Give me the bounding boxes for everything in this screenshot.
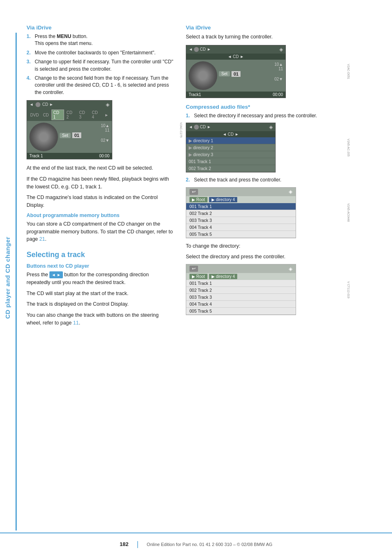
track-num-02: 02▼ — [60, 138, 109, 143]
cd-screen-left-wrapper: ◄ CD ► ◈ DVD CD CD 1 CD 2 CD 3 CD 4 ► — [27, 100, 174, 159]
left-column: Via iDrive 1. Press the MENU button.This… — [27, 25, 174, 330]
nav-back-btn-1[interactable]: ↩ — [189, 189, 198, 195]
compressed-step-2-num: 2. — [186, 177, 192, 184]
footer-page-number: 182 — [120, 541, 129, 547]
rtrack-num-02: 02▼ — [219, 77, 283, 81]
track-row-1-3[interactable]: 003 Track 3 — [186, 217, 296, 224]
compressed-steps-2: 2. Select the track and press the contro… — [186, 177, 341, 184]
cd-disc-icon-right — [194, 47, 199, 52]
dir-arrow-1: ▶ — [189, 138, 192, 143]
cd-footer-track-right: Track1 — [189, 92, 201, 97]
cd-set-area: Set 01 — [60, 132, 109, 138]
track-nav-icon-2: ◈ — [289, 266, 292, 272]
cd-num-box-right: 01 — [232, 71, 241, 77]
dir-row-2[interactable]: ▶ directory 2 — [186, 144, 275, 151]
cd-screen-right: ◄ CD ► ◈ ◄ CD ► 10▲ 11 — [186, 45, 286, 98]
cd-header-right: ◄ CD ► ◈ — [186, 45, 285, 54]
step-1: 1. Press the MENU button.This opens the … — [27, 33, 174, 47]
dir-label-3: directory 3 — [193, 152, 213, 157]
cd-nav-left: ◄ CD ► — [29, 102, 53, 107]
track-row-2-5[interactable]: 005 Track 5 — [186, 308, 296, 315]
track-row-2-1[interactable]: 001 Track 1 — [186, 280, 296, 287]
track-row-2-2[interactable]: 002 Track 2 — [186, 287, 296, 294]
cd-disc-icon — [36, 102, 40, 107]
dir-subnav: ◄ CD ► — [223, 132, 239, 137]
cd-set-area-right: Set 01 — [219, 71, 283, 77]
track-screen-2-note: V CT112-019 — [347, 281, 350, 298]
main-content: Via iDrive 1. Press the MENU button.This… — [22, 0, 392, 355]
dir-row-4[interactable]: 001 Track 1 — [186, 158, 275, 165]
buttons-heading: Buttons next to CD player — [27, 263, 174, 269]
buttons-page-link[interactable]: 11 — [73, 320, 79, 326]
cd-info-area-right: 10▲ 11 Set 01 02▼ — [219, 61, 283, 90]
steps-list: 1. Press the MENU button.This opens the … — [27, 33, 174, 96]
menu-label: MENU — [57, 34, 71, 39]
track-nav-2: ↩ ◈ — [186, 264, 296, 273]
via-idrive-heading-left: Via iDrive — [27, 25, 174, 31]
track-row-2-4[interactable]: 004 Track 4 — [186, 301, 296, 308]
dir-screen-wrapper: ◄ CD ► ◈ ◄ CD ► ▶ directory 1 ▶ director… — [186, 123, 341, 172]
rtrack-num-11: 11 — [219, 67, 283, 71]
change-dir-text1: To change the directory: — [186, 242, 341, 250]
via-idrive-heading-right: Via iDrive — [186, 25, 341, 31]
dir-arrow-3: ▶ — [189, 152, 192, 157]
footer: 182 | Online Edition for Part no. 01 41 … — [0, 533, 392, 555]
cd-disc-graphic — [29, 123, 58, 151]
dir-label-2: directory 2 — [193, 145, 213, 150]
cd-num-box: 01 — [72, 132, 81, 138]
cd-body: 10▲ 11 Set 01 02▼ — [27, 121, 112, 153]
step-4-text: Change to the second field from the top … — [35, 75, 174, 96]
dvd-item-cd2: CD 2 — [65, 110, 77, 120]
change-dir-text2: Select the directory and press the contr… — [186, 253, 341, 261]
compressed-step-1-text: Select the directory if necessary and pr… — [194, 112, 317, 119]
track-row-2-3[interactable]: 003 Track 3 — [186, 294, 296, 301]
track-screen-1-wrapper: ↩ ◈ ▶ Root ▶ directory 4 001 Track 1 002… — [186, 187, 341, 238]
buttons-text4: The track is displayed on the Control Di… — [27, 300, 174, 308]
step-4: 4. Change to the second field from the t… — [27, 75, 174, 96]
dir-subheader: ◄ CD ► — [186, 131, 275, 137]
compressed-heading: Compressed audio files* — [186, 104, 341, 110]
track-breadcrumb-1: ▶ Root ▶ directory 4 — [186, 196, 296, 203]
step-1-text: Press the MENU button.This opens the sta… — [35, 33, 93, 47]
nav-back-btn-2[interactable]: ↩ — [189, 266, 198, 272]
cd-footer-time: 00:00 — [99, 154, 109, 158]
dir-row-1[interactable]: ▶ directory 1 — [186, 137, 275, 144]
about-text-content: You can store a CD compartment of the CD… — [27, 221, 173, 242]
step-3-num: 3. — [27, 58, 32, 73]
about-page-link[interactable]: 21 — [39, 236, 45, 242]
rtrack-num-10: 10▲ — [219, 62, 283, 67]
dvd-item-cd1: CD 1 — [51, 110, 64, 120]
footer-text: Online Edition for Part no. 01 41 2 600 … — [147, 542, 272, 547]
via-idrive-text: Select a track by turning the controller… — [186, 33, 341, 41]
track-row-1-1[interactable]: 001 Track 1 — [186, 203, 296, 210]
track-row-1-4[interactable]: 004 Track 4 — [186, 224, 296, 231]
breadcrumb-dir-1[interactable]: ▶ directory 4 — [209, 197, 237, 202]
breadcrumb-dir-2[interactable]: ▶ directory 4 — [209, 274, 237, 279]
dir-settings-icon: ◈ — [269, 124, 273, 130]
step-4-num: 4. — [27, 75, 32, 96]
cd-subnav-right: ◄ CD ► — [228, 54, 244, 59]
track-breadcrumb-2: ▶ Root ▶ directory 4 — [186, 273, 296, 280]
cd-settings-icon: ◈ — [106, 102, 109, 107]
dir-header: ◄ CD ► ◈ — [186, 123, 275, 131]
breadcrumb-root-1[interactable]: ▶ Root — [189, 197, 207, 202]
track-screen-2: ↩ ◈ ▶ Root ▶ directory 4 001 Track 1 002… — [186, 264, 296, 315]
dir-arrow-2: ▶ — [189, 145, 192, 150]
two-column-layout: Via iDrive 1. Press the MENU button.This… — [27, 25, 380, 330]
sidebar: CD player and CD changer — [0, 0, 16, 555]
dir-row-3[interactable]: ▶ directory 3 — [186, 151, 275, 158]
dir-disc-icon — [194, 125, 199, 130]
dir-row-5[interactable]: 002 Track 2 — [186, 165, 275, 172]
cd-disc-graphic-right — [189, 61, 217, 90]
about-heading: About programmable memory buttons — [27, 213, 174, 218]
buttons-text5: You can also change the track with butto… — [27, 311, 174, 327]
dvd-item-dvd: DVD — [29, 112, 40, 118]
breadcrumb-root-2[interactable]: ▶ Root — [189, 274, 207, 279]
track-row-1-5[interactable]: 005 Track 5 — [186, 231, 296, 238]
compressed-step-1: 1. Select the directory if necessary and… — [186, 112, 341, 119]
dvd-item-arrow: ► — [103, 112, 110, 118]
track-row-1-2[interactable]: 002 Track 2 — [186, 210, 296, 217]
para1: At the end of the last track, the next C… — [27, 164, 174, 172]
buttons-text5-content: You can also change the track with butto… — [27, 312, 158, 326]
dvd-bar: DVD CD CD 1 CD 2 CD 3 CD 4 ► — [27, 109, 112, 121]
